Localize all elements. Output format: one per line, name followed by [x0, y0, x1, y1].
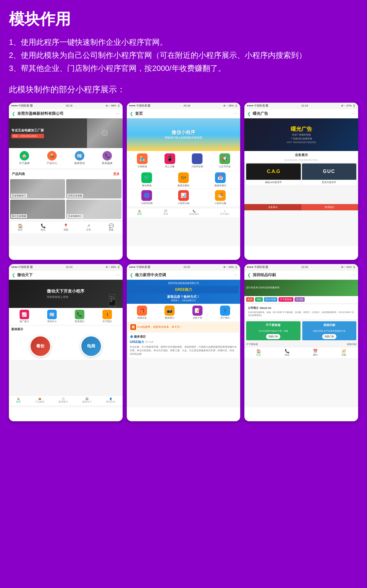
product-btn-table[interactable]: 我要订制: [322, 334, 336, 339]
nav-home-1[interactable]: 🏠 首页: [18, 223, 23, 231]
nav-service-1[interactable]: 💬 客服: [109, 223, 114, 231]
icons-4: 📈 推广能力 📰 资讯中心 📞 联系我们 ℹ 关于我们: [9, 308, 123, 325]
page-title: 模块作用: [9, 9, 358, 30]
nav6-navigate[interactable]: 🧭 导航: [341, 349, 346, 357]
icon-label: 联系我们: [75, 320, 84, 323]
nav4-home[interactable]: 🏠 首页: [16, 398, 21, 403]
back-icon-1[interactable]: ❮: [12, 111, 15, 116]
icon-tuiguang[interactable]: 📈 推广能力: [11, 310, 38, 323]
nav-label: 首页: [256, 353, 261, 357]
icon-wechat-hotel[interactable]: 🍽 微酒店餐饮: [166, 172, 201, 187]
icons-row-1: 🏠 关于盈峰 📦 产品中心 📰 新闻资讯 📞 联系盈峰: [9, 148, 123, 168]
icon-lianxi[interactable]: 📞 联系盈峰: [102, 151, 113, 165]
tab-contact[interactable]: 联系我们: [301, 204, 358, 210]
icon-label: 关于我们: [220, 316, 230, 320]
menu-icon-1[interactable]: ···: [116, 111, 119, 116]
nav2-home[interactable]: 🏠 首页: [137, 210, 142, 216]
brand-sub: 格力品牌: [145, 341, 154, 344]
back-icon-6[interactable]: ❮: [247, 273, 251, 277]
nav4-cases[interactable]: 📋 案例展示: [58, 398, 68, 403]
icon-fensxiaoshangcheng[interactable]: 🏪 分销商城: [129, 153, 156, 168]
back-icon-3[interactable]: ❮: [247, 111, 251, 116]
home-icon: 🏠: [138, 210, 141, 212]
case-ecommerce[interactable]: 电商: [80, 336, 102, 357]
tab-business[interactable]: 业务展示: [244, 204, 301, 210]
icon-chanpin[interactable]: 📦 产品中心: [47, 151, 57, 165]
back-icon-5[interactable]: ❮: [130, 273, 133, 277]
icon-gzh-dev[interactable]: 📢 公众号开发: [212, 153, 238, 168]
icon-guanyu[interactable]: ℹ 关于我们: [94, 310, 121, 323]
about-icon: ℹ: [102, 310, 112, 319]
contact-icon: 📞: [75, 310, 84, 319]
bottom-tabs-3: 业务展示 联系我们: [244, 204, 358, 210]
icon-guanyuwomen[interactable]: ℹ 关于我们: [211, 306, 238, 320]
case-cany[interactable]: 餐饮: [30, 336, 51, 357]
menu-icon-3[interactable]: ···: [351, 111, 355, 116]
icon-mini-guanwang[interactable]: 🌐 小程序官网: [129, 190, 165, 205]
back-icon-4[interactable]: ❮: [12, 273, 15, 277]
nav6-home[interactable]: 🏠 首页: [256, 349, 261, 357]
signal-6: ⊕ ↑ 42% 🔋: [341, 266, 356, 268]
icon-guanyuyingfeng[interactable]: 🏠 关于盈峰: [19, 151, 30, 165]
news-icon-1: 📰: [75, 151, 84, 160]
icon-wechat-mall[interactable]: 🛒 微信商城: [129, 172, 165, 187]
nav-label: 首询: [163, 212, 168, 216]
icon-mini-dingzhi[interactable]: ⚙ 小程序定制: [184, 153, 211, 168]
nav6-phone[interactable]: 📞 电话: [285, 349, 290, 357]
product-card-table[interactable]: 表格印刷 信息记录表 生产记录表 数据统计表 我要订制: [302, 321, 356, 341]
icon-label: 推广能力: [20, 320, 29, 323]
product-btn-sticker[interactable]: 我要订制: [266, 334, 280, 339]
nav2-about[interactable]: ℹ 关于我们: [220, 210, 230, 216]
icon-xinwen[interactable]: 📰 新闻资讯: [74, 151, 85, 165]
icon-mini-diancai[interactable]: 🍜 小程序点餐: [203, 190, 238, 205]
service-section-5: 🔷 服务项目 GREE格力 格力品牌 专业从事，中小型家用空调，商用中央空调的销…: [128, 333, 239, 358]
phones-grid-row1: ●●●● 中国联通 ☰ 20:18 ⊕ ↑ 38% 🔋 ❮ 东莞市盈峰新材料有限…: [9, 103, 358, 260]
tab-caika[interactable]: 彩卡/吊牌: [264, 297, 277, 302]
home-icon-1: 🏠: [20, 151, 29, 160]
icon-mash-diancai[interactable]: 📱 码上点餐: [156, 153, 183, 168]
nav-phone-1[interactable]: 📞 电话: [41, 223, 46, 231]
menu-icon-2[interactable]: ···: [233, 111, 237, 116]
icon-lianxiwomen[interactable]: 📞 联系我们: [66, 310, 93, 323]
cart-icon: 🛒: [141, 172, 152, 183]
product-card-acrylic[interactable]: GUC 亚克力发光字: [302, 163, 356, 185]
tab-biaoge[interactable]: 表格: [255, 297, 263, 302]
product-card-sticker[interactable]: 不干胶标签 全方位定制产品标识 方便、快捷 我要订制: [246, 321, 300, 341]
nav-title-5: 格力家用中央空调: [135, 272, 233, 278]
time-4: 22:23: [66, 266, 72, 268]
gree-strip: GREE格力: [129, 286, 239, 293]
tab-liandan[interactable]: 联单: [246, 297, 254, 302]
home-icon: 🏠: [17, 398, 20, 400]
icon-micro-service[interactable]: 📅 微服务预约: [203, 172, 238, 187]
nav2-consult[interactable]: 💬 首询: [163, 210, 168, 216]
product-card-led[interactable]: C.A.G 精品LED发光字: [246, 163, 300, 185]
product-item-2[interactable]: 东莞五金电镀: [66, 179, 121, 198]
nav4-product[interactable]: 📦 产品服务: [35, 398, 45, 403]
menu-icon-6[interactable]: ···: [351, 272, 355, 278]
nav4-about[interactable]: 👤 商业合作: [106, 398, 116, 403]
nav4-service[interactable]: 🎧 服务客户: [82, 398, 92, 403]
icon-anli[interactable]: 📸 案例展示: [156, 306, 183, 320]
menu-icon-5[interactable]: ···: [233, 272, 237, 278]
phone-shuguang: ●●●● 中国联通 ☰ 22:18 ⊕ ↑ 47% 🔋 ❮ 曙光广告 ··· 曙…: [244, 103, 358, 260]
icon-zaixian[interactable]: 📝 在线下单: [184, 306, 211, 320]
products-row-3: C.A.G 精品LED发光字 GUC 亚克力发光字: [244, 162, 358, 186]
icon-zixun[interactable]: 📰 资讯中心: [38, 310, 65, 323]
intro-line-1: 1、使用此程序一键快速制作企业小程序官网。: [9, 36, 358, 49]
product-item-4[interactable]: 五金电镀加工: [66, 200, 121, 219]
nav2-contact[interactable]: 📞 联系我们: [189, 210, 199, 216]
nav6-appt[interactable]: 📅 预约: [313, 349, 318, 357]
more-button-1[interactable]: 更多: [113, 172, 120, 176]
nav-map-1[interactable]: 📍 地图: [63, 223, 68, 231]
back-icon-2[interactable]: ❮: [130, 111, 133, 116]
tab-brochure[interactable]: 宣传册: [295, 297, 305, 302]
icon-mini-fenxiao[interactable]: 📊 小程序分销: [166, 190, 201, 205]
carrier-4: ●●●● 中国联通 ☰: [11, 265, 33, 269]
menu-icon-4[interactable]: ···: [116, 272, 119, 278]
icon-youhui[interactable]: 🎁 优惠信息: [129, 306, 156, 320]
nav-share-1[interactable]: ↗ 分享: [86, 223, 91, 231]
product-item-3[interactable]: 加工五金电镀: [10, 200, 65, 219]
product-item-1[interactable]: 五金电镀加工: [10, 179, 65, 198]
time-2: 20:18: [184, 104, 190, 107]
tab-sticker[interactable]: 不干胶标签: [279, 297, 293, 302]
